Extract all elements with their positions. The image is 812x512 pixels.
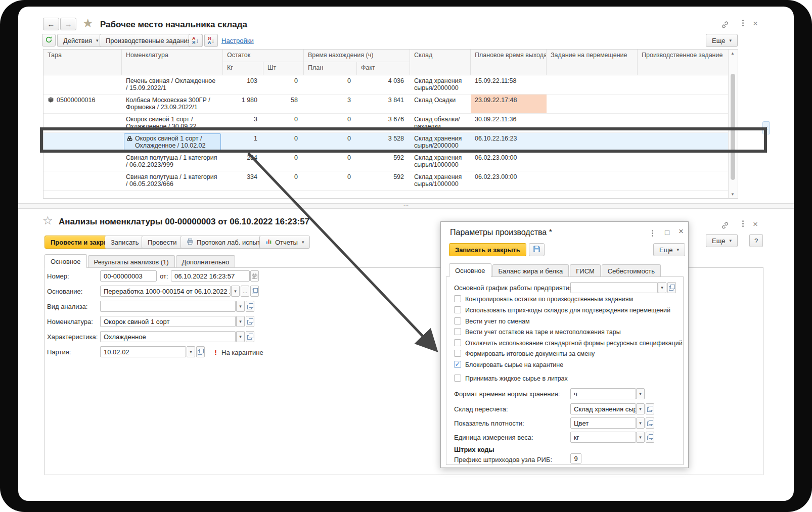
- favorite-star-icon[interactable]: ★: [82, 17, 94, 29]
- date-field[interactable]: 06.10.2022 16:23:57: [171, 270, 250, 282]
- get-link-icon[interactable]: [721, 221, 729, 230]
- characteristic-open-button[interactable]: [246, 331, 254, 342]
- back-button[interactable]: ←: [43, 18, 59, 30]
- actions-button[interactable]: Действия▾: [57, 34, 105, 47]
- col-header-nomenclature[interactable]: Номенклатура: [122, 50, 223, 75]
- tab-gism[interactable]: ГИСМ: [570, 264, 600, 277]
- sort-desc-button[interactable]: ЯА ↓: [204, 34, 218, 47]
- recount-warehouse-field[interactable]: Склад хранения сырья: [570, 403, 636, 414]
- batch-dropdown-icon[interactable]: ▾: [187, 346, 195, 357]
- characteristic-field[interactable]: Охлажденное: [100, 331, 236, 342]
- schedule-open-button[interactable]: [667, 282, 676, 293]
- table-row[interactable]: Свиная полутуша / 1 категория / 06.02.20…: [43, 152, 738, 171]
- rib-prefix-field[interactable]: 9: [570, 453, 581, 463]
- nomenclature-dropdown-icon[interactable]: ▾: [236, 316, 245, 327]
- production-tasks-button[interactable]: Производственные задания...: [100, 34, 203, 47]
- checkbox-shift-accounting[interactable]: ✓: [454, 317, 461, 324]
- col-header-plan[interactable]: План: [304, 62, 357, 75]
- favorite-star-outline-icon[interactable]: ☆: [42, 215, 53, 226]
- basis-dropdown-icon[interactable]: ▾: [231, 286, 240, 297]
- density-indicator-open-button[interactable]: [646, 417, 654, 429]
- tab-main[interactable]: Основное: [44, 254, 87, 268]
- main-more-button[interactable]: Еще▾: [706, 34, 738, 47]
- refresh-button[interactable]: [42, 34, 56, 46]
- collapse-panel-button[interactable]: <: [762, 121, 770, 134]
- characteristic-dropdown-icon[interactable]: ▾: [236, 331, 245, 342]
- col-header-time[interactable]: Время нахождения (ч): [304, 50, 410, 62]
- help-button[interactable]: ?: [749, 234, 763, 247]
- number-field[interactable]: 00-00000003: [100, 270, 157, 282]
- checkbox-use-barcodes[interactable]: ✓: [454, 306, 461, 313]
- close-icon[interactable]: ×: [753, 220, 758, 228]
- scroll-down-icon[interactable]: ▼: [731, 192, 735, 197]
- maximize-icon[interactable]: □: [665, 228, 669, 236]
- checkbox-control-rest[interactable]: ✓: [454, 295, 461, 302]
- density-indicator-field[interactable]: Цвет: [570, 417, 636, 429]
- save-button[interactable]: Записать: [105, 236, 145, 249]
- more-menu-icon[interactable]: [742, 220, 744, 227]
- table-row[interactable]: Печень свиная / Охлажденное / 15.09.2022…: [43, 75, 738, 95]
- save-icon-button[interactable]: [529, 243, 545, 256]
- checkbox-shift-summary-docs[interactable]: ✓: [454, 350, 461, 357]
- checkbox-block-quarantine[interactable]: ✓: [454, 361, 461, 368]
- tab-fat-protein-balance[interactable]: Баланс жира и белка: [492, 264, 569, 277]
- col-header-planned-exit[interactable]: Плановое время выхода: [471, 50, 547, 75]
- schedule-field[interactable]: [570, 282, 658, 293]
- analysis-type-field[interactable]: [100, 301, 236, 312]
- scroll-up-icon[interactable]: ▲: [731, 51, 735, 56]
- post-button[interactable]: Провести: [142, 236, 183, 249]
- col-header-tara[interactable]: Тара: [43, 50, 122, 75]
- scrollbar-thumb[interactable]: [731, 74, 735, 180]
- checkbox-disable-standard-spec[interactable]: ✓: [454, 339, 461, 346]
- reports-button[interactable]: Отчеты▾: [259, 236, 310, 249]
- window-splitter[interactable]: ···: [18, 203, 794, 209]
- tab-dialog-main[interactable]: Основное: [449, 263, 491, 277]
- table-row-selected[interactable]: Окорок свиной 1 сорт / Охлажденное / 10.…: [43, 133, 738, 152]
- dialog-close-icon[interactable]: ×: [679, 227, 684, 235]
- close-icon[interactable]: ×: [753, 20, 758, 27]
- weight-unit-field[interactable]: кг: [570, 432, 636, 443]
- tab-additional[interactable]: Дополнительно: [176, 255, 236, 268]
- vertical-scrollbar[interactable]: ▲ ▼: [728, 50, 738, 198]
- schedule-dropdown-icon[interactable]: ▾: [658, 282, 666, 293]
- more-menu-icon[interactable]: [742, 20, 744, 26]
- tab-cost[interactable]: Себестоимость: [602, 264, 661, 277]
- col-header-rest[interactable]: Остаток: [223, 50, 304, 62]
- col-header-prod-task[interactable]: Производственное задание: [638, 50, 738, 75]
- table-row[interactable]: Свиная полутуша / 1 категория / 06.05.20…: [43, 171, 738, 191]
- forward-button[interactable]: →: [60, 18, 76, 30]
- recount-warehouse-open-button[interactable]: [646, 403, 654, 414]
- table-row[interactable]: 05000000016 Колбаса Московская 300ГР / Ф…: [43, 95, 738, 114]
- table-row[interactable]: Окорок свиной 1 сорт / Охлажденное / 30.…: [43, 114, 738, 133]
- analysis-more-button[interactable]: Еще▾: [706, 234, 738, 247]
- col-header-pcs[interactable]: Шт: [263, 62, 304, 75]
- checkbox-liquid-liters[interactable]: ✓: [454, 375, 461, 382]
- selected-cell[interactable]: Окорок свиной 1 сорт / Охлажденное / 10.…: [124, 133, 221, 151]
- col-header-warehouse[interactable]: Склад: [410, 50, 471, 75]
- basis-choose-button[interactable]: ...: [241, 286, 249, 297]
- sort-asc-button[interactable]: АЯ ↓: [189, 34, 202, 47]
- recount-warehouse-dropdown-icon[interactable]: ▾: [636, 403, 645, 414]
- batch-open-button[interactable]: [196, 346, 205, 357]
- nomenclature-open-button[interactable]: [246, 316, 254, 327]
- tab-analysis-results[interactable]: Результаты анализов (1): [88, 255, 175, 268]
- col-header-move-task[interactable]: Задание на перемещение: [547, 50, 638, 75]
- nomenclature-field[interactable]: Окорок свиной 1 сорт: [100, 316, 236, 327]
- basis-field[interactable]: Переработка 1000-000154 от 06.10.2022 16…: [100, 286, 231, 297]
- weight-unit-open-button[interactable]: [646, 432, 654, 443]
- weight-unit-dropdown-icon[interactable]: ▾: [636, 432, 645, 443]
- col-header-kg[interactable]: Кг: [223, 62, 263, 75]
- analysis-type-dropdown-icon[interactable]: ▾: [236, 301, 245, 312]
- checkbox-tara-rest[interactable]: ✓: [454, 328, 461, 335]
- col-header-fact[interactable]: Факт: [357, 62, 410, 75]
- analysis-type-open-button[interactable]: [246, 301, 254, 312]
- get-link-icon[interactable]: [721, 21, 729, 30]
- dialog-more-button[interactable]: Еще▾: [653, 243, 685, 256]
- save-and-close-button[interactable]: Записать и закрыть: [449, 243, 526, 256]
- dialog-more-menu-icon[interactable]: [652, 230, 653, 237]
- settings-link[interactable]: Настройки: [221, 37, 254, 44]
- density-indicator-dropdown-icon[interactable]: ▾: [636, 417, 645, 429]
- time-format-field[interactable]: ч: [570, 388, 636, 399]
- time-format-dropdown-icon[interactable]: ▾: [636, 388, 645, 399]
- batch-field[interactable]: 10.02.02: [100, 346, 186, 357]
